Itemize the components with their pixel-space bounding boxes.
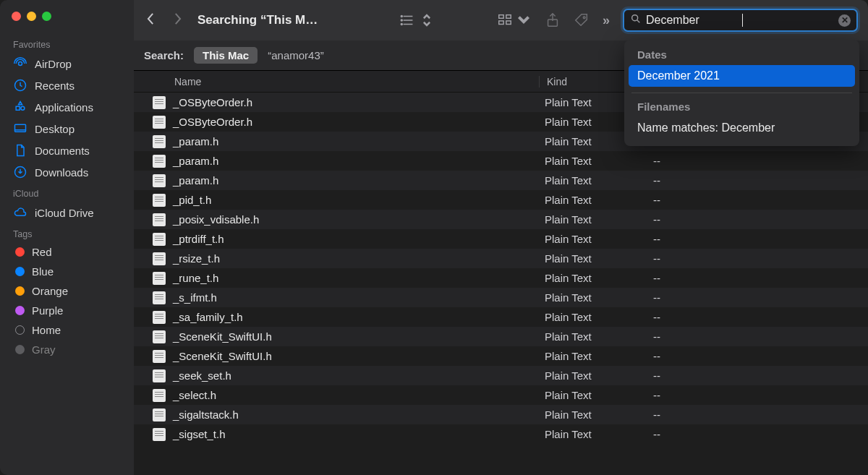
toolbar-overflow-button[interactable]: » xyxy=(603,13,610,28)
share-button[interactable] xyxy=(545,12,561,28)
sidebar-item-label: Purple xyxy=(32,304,63,317)
table-row[interactable]: _pid_t.hPlain Text-- xyxy=(134,190,868,210)
search-icon xyxy=(630,13,642,27)
sidebar-item-downloads[interactable]: Downloads xyxy=(0,161,134,183)
table-row[interactable]: _ptrdiff_t.hPlain Text-- xyxy=(134,229,868,249)
clear-search-button[interactable]: ✕ xyxy=(838,14,851,27)
sidebar-item-icloud-drive[interactable]: iCloud Drive xyxy=(0,202,134,223)
file-icon xyxy=(153,330,166,343)
document-icon xyxy=(13,143,27,158)
sidebar-item-documents[interactable]: Documents xyxy=(0,140,134,161)
zoom-window-button[interactable] xyxy=(42,12,51,21)
cloud-icon xyxy=(13,205,27,220)
table-row[interactable]: _rune_t.hPlain Text-- xyxy=(134,268,868,288)
table-row[interactable]: _param.hPlain Text-- xyxy=(134,151,868,171)
suggestions-dates-header: Dates xyxy=(629,47,855,65)
file-kind: Plain Text xyxy=(539,311,646,323)
table-row[interactable]: _rsize_t.hPlain Text-- xyxy=(134,249,868,268)
svg-point-0 xyxy=(19,62,22,66)
sidebar-item-label: Downloads xyxy=(35,166,88,179)
file-icon xyxy=(153,311,166,324)
minimize-window-button[interactable] xyxy=(27,12,36,21)
main-content: Searching “This M… » xyxy=(134,0,868,475)
sidebar-tag-blue[interactable]: Blue xyxy=(0,262,134,281)
forward-button[interactable] xyxy=(174,12,182,28)
file-icon xyxy=(153,174,166,187)
toolbar: Searching “This M… » xyxy=(134,0,868,40)
sidebar-item-label: Orange xyxy=(32,285,68,297)
file-name: _seek_set.h xyxy=(173,369,539,382)
sidebar-item-label: Gray xyxy=(32,343,56,356)
suggestion-filename-item[interactable]: Name matches: December xyxy=(629,117,855,139)
sidebar-item-airdrop[interactable]: AirDrop xyxy=(0,53,134,74)
file-name: _posix_vdisable.h xyxy=(173,213,539,226)
file-kind: Plain Text xyxy=(539,428,646,440)
close-window-button[interactable] xyxy=(12,12,21,21)
file-icon xyxy=(153,96,166,109)
file-icon xyxy=(153,291,166,304)
file-kind: Plain Text xyxy=(539,233,646,245)
sidebar-item-label: Applications xyxy=(35,101,93,114)
file-icon xyxy=(153,272,166,285)
group-by-button[interactable] xyxy=(497,12,532,28)
view-list-button[interactable] xyxy=(400,12,435,28)
file-icon xyxy=(153,213,166,226)
sidebar-item-label: Recents xyxy=(35,80,75,92)
table-row[interactable]: _s_ifmt.hPlain Text-- xyxy=(134,288,868,307)
column-name[interactable]: Name xyxy=(134,76,539,87)
tag-button[interactable] xyxy=(574,12,590,28)
divider xyxy=(631,93,852,93)
file-kind: Plain Text xyxy=(539,194,646,206)
table-row[interactable]: _seek_set.hPlain Text-- xyxy=(134,366,868,385)
file-name: _s_ifmt.h xyxy=(173,291,539,304)
file-list[interactable]: _OSByteOrder.hPlain Text_OSByteOrder.hPl… xyxy=(134,93,868,475)
file-kind: Plain Text xyxy=(539,369,646,382)
sidebar-section-tags: Tags xyxy=(0,223,134,242)
table-row[interactable]: _sa_family_t.hPlain Text-- xyxy=(134,307,868,327)
sidebar-tag-purple[interactable]: Purple xyxy=(0,301,134,320)
table-row[interactable]: _posix_vdisable.hPlain Text-- xyxy=(134,210,868,229)
svg-point-13 xyxy=(632,15,638,21)
file-icon xyxy=(153,369,166,382)
file-icon xyxy=(153,350,166,363)
sidebar-item-recents[interactable]: Recents xyxy=(0,74,134,96)
file-icon xyxy=(153,389,166,402)
chevron-down-icon xyxy=(516,12,532,28)
file-kind: Plain Text xyxy=(539,350,646,362)
file-name: _sigaltstack.h xyxy=(173,408,539,421)
file-icon xyxy=(153,408,166,421)
file-name: _OSByteOrder.h xyxy=(173,96,539,108)
file-date: -- xyxy=(646,213,868,226)
desktop-icon xyxy=(13,121,27,136)
search-input-text[interactable]: December xyxy=(646,14,742,27)
file-name: _sa_family_t.h xyxy=(173,311,539,323)
sidebar-item-label: iCloud Drive xyxy=(35,207,94,219)
sidebar-item-desktop[interactable]: Desktop xyxy=(0,118,134,140)
back-button[interactable] xyxy=(147,12,155,28)
table-row[interactable]: _SceneKit_SwiftUI.hPlain Text-- xyxy=(134,346,868,366)
file-date: -- xyxy=(646,330,868,343)
file-icon xyxy=(153,116,166,129)
sidebar-tag-red[interactable]: Red xyxy=(0,242,134,262)
table-row[interactable]: _SceneKit_SwiftUI.hPlain Text-- xyxy=(134,327,868,346)
search-field[interactable]: December ✕ xyxy=(623,9,858,32)
file-name: _pid_t.h xyxy=(173,194,539,206)
suggestion-date-item[interactable]: December 2021 xyxy=(629,65,855,87)
file-name: _rune_t.h xyxy=(173,272,539,284)
sidebar-tag-home[interactable]: Home xyxy=(0,320,134,340)
file-icon xyxy=(153,155,166,168)
svg-point-5 xyxy=(401,20,402,21)
sidebar-item-applications[interactable]: Applications xyxy=(0,96,134,118)
sidebar-tag-orange[interactable]: Orange xyxy=(0,281,134,301)
table-row[interactable]: _select.hPlain Text-- xyxy=(134,385,868,405)
scope-this-mac[interactable]: This Mac xyxy=(194,47,258,64)
table-row[interactable]: _param.hPlain Text-- xyxy=(134,171,868,190)
scope-current-folder[interactable]: “anamor43” xyxy=(268,49,324,61)
table-row[interactable]: _sigaltstack.hPlain Text-- xyxy=(134,405,868,424)
sidebar-tag-gray[interactable]: Gray xyxy=(0,340,134,359)
table-row[interactable]: _sigset_t.hPlain Text-- xyxy=(134,424,868,444)
file-kind: Plain Text xyxy=(539,330,646,343)
file-name: _sigset_t.h xyxy=(173,428,539,440)
airdrop-icon xyxy=(13,56,27,71)
file-kind: Plain Text xyxy=(539,389,646,401)
